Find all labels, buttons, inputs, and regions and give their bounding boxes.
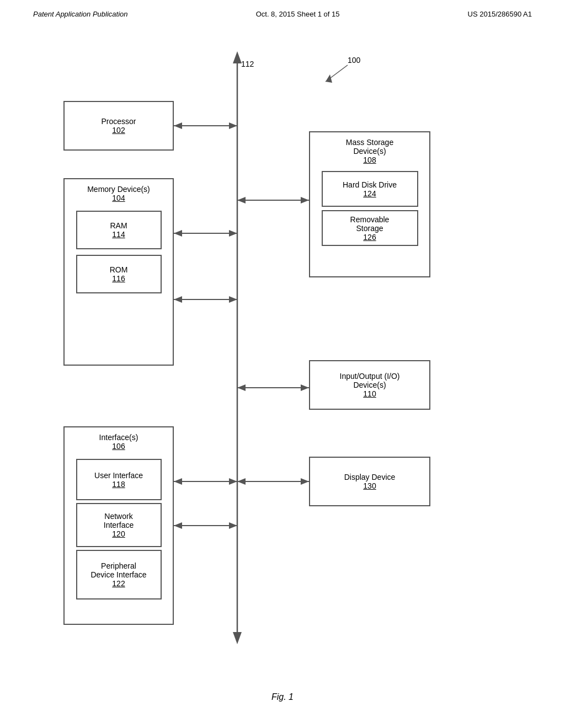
display-label: Display Device <box>344 473 396 481</box>
svg-marker-9 <box>174 230 182 237</box>
mass-storage-label1: Mass Storage <box>346 138 393 147</box>
network-interface-ref: 120 <box>112 529 125 538</box>
svg-marker-21 <box>174 478 182 485</box>
io-ref: 110 <box>363 389 376 398</box>
peripheral-label1: Peripheral <box>101 561 136 570</box>
rom-box: ROM 116 <box>76 255 162 293</box>
processor-ref: 102 <box>112 126 125 135</box>
memory-outer-box: Memory Device(s) 104 RAM 114 ROM 116 <box>63 178 174 366</box>
ram-box: RAM 114 <box>76 211 162 249</box>
user-interface-label: User Interface <box>94 471 143 480</box>
memory-ref: 104 <box>112 194 125 202</box>
svg-marker-24 <box>301 478 309 485</box>
header-publication-type: Patent Application Publication <box>33 10 128 18</box>
svg-marker-18 <box>301 384 309 391</box>
rom-label: ROM <box>110 265 128 274</box>
figure-label: Fig. 1 <box>271 692 294 702</box>
memory-label: Memory Device(s) <box>87 185 150 194</box>
mass-storage-outer-box: Mass Storage Device(s) 108 Hard Disk Dri… <box>309 131 430 277</box>
display-device-box: Display Device 130 <box>309 457 430 506</box>
removable-storage-box: Removable Storage 126 <box>322 210 418 246</box>
io-label1: Input/Output (I/O) <box>340 372 400 381</box>
mass-storage-ref: 108 <box>363 156 376 164</box>
label-100: 100 <box>348 56 360 65</box>
removable-label1: Removable <box>350 215 390 224</box>
svg-marker-15 <box>301 197 309 204</box>
network-interface-box: Network Interface 120 <box>76 503 162 547</box>
page-header: Patent Application Publication Oct. 8, 2… <box>0 0 565 24</box>
user-interface-box: User Interface 118 <box>76 459 162 500</box>
io-label2: Device(s) <box>353 381 386 389</box>
removable-label2: Storage <box>356 224 383 233</box>
svg-marker-16 <box>237 197 246 204</box>
display-ref: 130 <box>363 481 376 490</box>
io-box: Input/Output (I/O) Device(s) 110 <box>309 360 430 410</box>
svg-marker-1 <box>233 51 242 63</box>
hard-disk-label1: Hard Disk Drive <box>343 180 397 189</box>
user-interface-ref: 118 <box>112 480 125 489</box>
svg-marker-6 <box>174 122 182 129</box>
interfaces-ref: 106 <box>112 442 125 451</box>
network-interface-label2: Interface <box>104 521 134 529</box>
peripheral-box: Peripheral Device Interface 122 <box>76 550 162 599</box>
hard-disk-box: Hard Disk Drive 124 <box>322 171 418 207</box>
svg-marker-19 <box>237 384 246 391</box>
interfaces-outer-box: Interface(s) 106 User Interface 118 Netw… <box>63 426 174 625</box>
removable-ref: 126 <box>363 233 376 242</box>
peripheral-ref: 122 <box>112 579 125 588</box>
svg-marker-10 <box>229 230 237 237</box>
network-interface-label: Network <box>104 512 132 521</box>
label-112: 112 <box>241 60 254 68</box>
svg-line-3 <box>326 65 348 82</box>
ram-ref: 114 <box>112 230 125 239</box>
rom-ref: 116 <box>112 274 125 283</box>
peripheral-label2: Device Interface <box>90 570 146 579</box>
header-date-sheet: Oct. 8, 2015 Sheet 1 of 15 <box>256 10 340 18</box>
svg-marker-27 <box>174 522 182 529</box>
mass-storage-label2: Device(s) <box>353 147 386 156</box>
svg-marker-22 <box>229 478 237 485</box>
interfaces-label: Interface(s) <box>99 433 138 442</box>
hard-disk-ref: 124 <box>363 189 376 198</box>
ram-label: RAM <box>110 221 127 230</box>
diagram-area: 112 100 Processor 102 Memory Device(s) 1… <box>0 29 565 713</box>
svg-marker-4 <box>326 74 332 83</box>
svg-marker-12 <box>174 296 182 303</box>
svg-marker-28 <box>229 522 237 529</box>
processor-box: Processor 102 <box>63 101 174 151</box>
processor-label: Processor <box>101 117 136 126</box>
svg-marker-7 <box>229 122 237 129</box>
header-patent-number: US 2015/286590 A1 <box>468 10 532 18</box>
svg-marker-2 <box>233 632 242 644</box>
svg-marker-13 <box>229 296 237 303</box>
svg-marker-25 <box>237 478 246 485</box>
